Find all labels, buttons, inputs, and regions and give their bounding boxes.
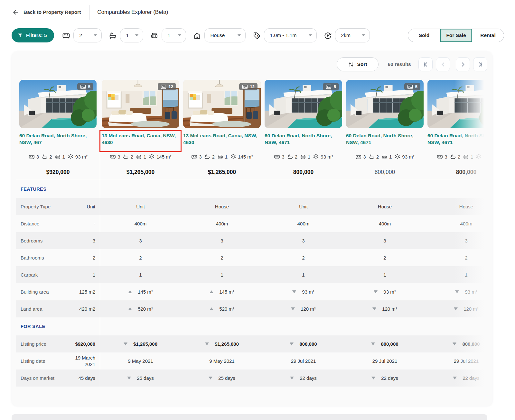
previous-page-button[interactable]	[436, 57, 450, 71]
trend-down-icon	[371, 342, 375, 345]
comparison-value: 3	[263, 232, 344, 249]
trend-down-icon	[455, 290, 459, 293]
card-price: $920,000	[19, 169, 97, 176]
card-specs: 3 2 1 93 m²	[427, 153, 492, 160]
comparables-scroll-area[interactable]: 5 60 Delan Road, North Shore, NSW, 467 3…	[16, 80, 492, 399]
radius-icon	[323, 31, 332, 40]
price-range-filter[interactable]: 1.0m - 1.1m	[264, 28, 317, 42]
card-address[interactable]: 60 Delan Road, North Shore, NSW, 4671	[346, 132, 424, 150]
property-photo[interactable]: 5	[19, 80, 97, 128]
chevron-down-icon	[178, 34, 181, 36]
comparison-value: 93 m²	[344, 283, 426, 300]
bathrooms-filter[interactable]: 1	[120, 28, 143, 42]
beds-spec: 3	[355, 153, 366, 160]
sort-button[interactable]: Sort	[337, 57, 379, 71]
baths-spec: 2	[204, 153, 214, 160]
comparison-value: 400m	[181, 215, 263, 232]
bed-icon	[191, 153, 198, 160]
property-type-filter[interactable]: House	[204, 28, 246, 42]
card-specs: 3 2 1 145 m²	[183, 153, 261, 160]
horizontal-scrollbar[interactable]	[12, 414, 487, 420]
floor-area-icon	[394, 153, 401, 160]
property-photo[interactable]: 12	[102, 80, 179, 128]
listing-status-tabs: Sold For Sale Rental	[408, 29, 504, 42]
card-address[interactable]: 60 Delan Road, North Shore, NSW, 4671	[265, 132, 342, 150]
baths-spec: 2	[450, 153, 460, 160]
bath-icon	[450, 153, 456, 160]
radius-filter[interactable]: 2km	[335, 28, 370, 42]
chevron-left-icon	[440, 62, 446, 67]
beds-spec: 3	[436, 153, 447, 160]
comparison-value: 2	[263, 249, 344, 266]
bedrooms-filter-group: 2	[62, 28, 102, 42]
tab-rental[interactable]: Rental	[472, 29, 504, 42]
comparison-value: 93 m²	[263, 283, 344, 300]
subject-cell: Distance -	[16, 215, 100, 232]
carparks-filter[interactable]: 1	[162, 28, 186, 42]
card-address[interactable]: 13 McLeans Road, Cania, NSW, 4630	[183, 132, 261, 150]
subject-value: $920,000	[75, 341, 95, 347]
last-page-button[interactable]	[473, 57, 487, 71]
bedrooms-filter[interactable]: 2	[73, 28, 102, 42]
property-photo[interactable]: 12	[183, 80, 261, 128]
table-row: Carpark 1 1 1 1 1 1	[16, 266, 492, 283]
comp-cells: $1,265,000 $1,265,000 800,000 800,000 80…	[100, 335, 492, 352]
comp-cells: 1 1 1 1 1	[100, 266, 492, 283]
comp-cells: 9 May 2021 9 May 2021 29 Jul 2021 29 Jul…	[100, 352, 492, 370]
cards-row: 5 60 Delan Road, North Shore, NSW, 467 3…	[16, 80, 492, 176]
subject-value: 1	[93, 272, 95, 278]
trend-down-icon	[290, 342, 294, 345]
area-spec: 145 m²	[230, 153, 253, 160]
radius-filter-group: 2km	[323, 28, 370, 42]
area-spec: 93 m²	[475, 153, 492, 160]
comparison-value: 93 m²	[426, 283, 492, 300]
floor-area-icon	[230, 153, 237, 160]
trend-down-icon	[292, 290, 296, 293]
first-page-icon	[423, 62, 428, 67]
cars-spec: 1	[217, 153, 228, 160]
subject-cell: Land area 420 m2	[16, 300, 100, 317]
car-icon	[136, 153, 142, 160]
row-label: Property Type	[21, 204, 51, 209]
image-icon	[489, 85, 492, 89]
chevron-down-icon	[309, 34, 312, 36]
subject-value: 2	[93, 255, 95, 261]
card-price: $1,265,000	[183, 169, 261, 176]
table-row: Bedrooms 3 3 3 3 3 3	[16, 232, 492, 249]
row-label: Land area	[21, 306, 42, 312]
tab-for-sale[interactable]: For Sale	[440, 29, 472, 42]
property-photo[interactable]: 5	[346, 80, 424, 128]
image-icon	[326, 85, 332, 89]
cars-spec: 1	[136, 153, 146, 160]
card-address[interactable]: 60 Delan Road, North Shore, NSW, 4671	[427, 132, 492, 150]
subject-cell: Listing date 19 March 2021	[16, 352, 100, 370]
comparison-value: 29 Jul 2021	[426, 352, 492, 370]
tab-sold[interactable]: Sold	[408, 29, 440, 42]
car-icon	[150, 31, 159, 40]
bath-icon	[108, 31, 117, 40]
card-address[interactable]: 13 McLeans Road, Cania, NSW, 4630	[102, 132, 179, 150]
trend-down-icon	[291, 307, 295, 310]
image-icon	[407, 85, 413, 89]
next-page-button[interactable]	[456, 57, 470, 71]
first-page-button[interactable]	[418, 57, 433, 71]
bed-icon	[274, 153, 280, 160]
baths-spec: 2	[368, 153, 379, 160]
comparison-value: 29 Jul 2021	[344, 352, 426, 370]
subject-cell: Property Type Unit	[16, 198, 100, 215]
photo-count-badge: 5	[404, 83, 420, 90]
back-button[interactable]: Back to Property Report	[12, 9, 81, 16]
filters-button[interactable]: Filters: 5	[12, 28, 54, 42]
trend-down-icon	[290, 377, 294, 379]
area-spec: 93 m²	[313, 153, 333, 160]
photo-count-badge: 5	[486, 83, 492, 90]
property-photo[interactable]: 5	[427, 80, 492, 128]
chevron-down-icon	[362, 34, 365, 36]
table-row: Days on market 45 days 25 days 25 days 2…	[16, 370, 492, 387]
baths-spec: 2	[41, 153, 52, 160]
subject-cell: Carpark 1	[16, 266, 100, 283]
property-photo[interactable]: 5	[265, 80, 342, 128]
card-address[interactable]: 60 Delan Road, North Shore, NSW, 467	[19, 132, 97, 150]
comparison-value: House	[426, 198, 492, 215]
card-price: 800,000	[427, 169, 492, 176]
